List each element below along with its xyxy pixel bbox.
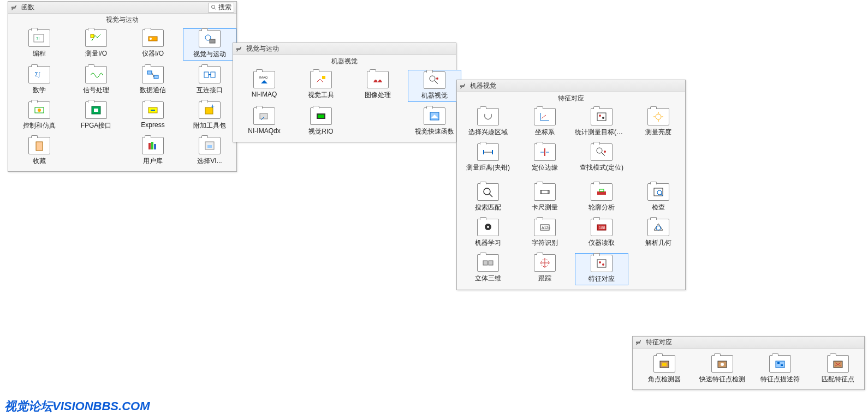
svg-text:A12c: A12c [542,226,550,230]
svg-rect-80 [662,363,667,366]
imaq-icon: IMAQ [253,71,275,88]
svg-rect-29 [322,76,325,79]
palette-item-addon[interactable]: +附加工具包 [183,100,236,131]
palette-item-stereo[interactable]: 立体三维 [461,253,515,285]
svg-rect-60 [599,189,604,191]
palette-item-vtool[interactable]: 视觉工具 [294,70,348,102]
palette-item-inspect[interactable]: 检查 [632,182,685,213]
palette-item-fpga[interactable]: FPGA接口 [69,100,123,131]
item-label: 立体三维 [475,274,501,283]
pin-icon[interactable] [635,339,643,346]
palette-item-coord[interactable]: 坐标系 [518,107,572,138]
corner-icon [653,355,675,373]
palette-item-mvision[interactable]: 机器视觉 [408,70,461,102]
pin-icon[interactable] [235,45,243,53]
palette-item-selvi[interactable]: 选择VI... [183,136,236,167]
svg-text:188: 188 [599,226,605,230]
stereo-icon [477,254,499,272]
instread-icon: 188 [591,219,613,236]
pin-icon[interactable] [459,82,467,90]
palette-item-search[interactable]: 搜索匹配 [461,182,515,213]
svg-point-40 [599,115,601,117]
palette-item-instr[interactable]: 仪器I/O [126,28,180,61]
svg-rect-10 [147,71,152,74]
svg-rect-24 [151,142,153,149]
palette-item-ml[interactable]: 机器学习 [461,218,515,249]
palette-item-sig[interactable]: 信号处理 [69,65,123,96]
section-title: 机器视觉 [233,55,456,68]
item-label: NI-IMAQdx [248,127,280,135]
palette-item-roi[interactable]: 选择兴趣区域 [461,107,515,138]
palette-item-match[interactable]: 匹配特征点 [811,354,865,385]
search-box[interactable]: 搜索 [208,3,234,13]
particle-icon [591,108,613,125]
palette-item-imaq[interactable]: IMAQNI-IMAQ [237,70,291,102]
item-label: 信号处理 [83,86,109,95]
palette-item-edge[interactable]: 定位边缘 [518,142,572,173]
math-icon: Σ∫ [28,66,50,83]
palette-item-caliper[interactable]: 卡尺测量 [518,182,572,213]
improc-icon [367,71,389,88]
dist-icon [477,143,499,161]
palette-item-vfast[interactable]: 视觉快速函数 [408,106,461,137]
svg-line-1 [215,8,216,9]
palette-item-pattern[interactable]: 查找模式(定位) [575,142,628,173]
palette-item-userlib[interactable]: 用户库 [126,136,180,167]
svg-point-42 [656,114,661,119]
palette-item-fav[interactable]: 收藏 [13,136,66,167]
pin-icon[interactable] [10,4,18,11]
ctrl-icon [28,101,50,119]
palette-item-conn[interactable]: 互连接口 [183,65,236,96]
machine-vision-panel: 机器视觉 特征对应 选择兴趣区域坐标系统计测量目标(粒子斑点)测量亮度测量距离(… [456,80,686,290]
fav-icon [28,137,50,154]
svg-line-12 [152,73,154,77]
item-label: 选择兴趣区域 [468,128,508,137]
palette-item-ocr[interactable]: A12c字符识别 [518,218,572,249]
palette-item-track[interactable]: 跟踪 [518,253,572,285]
panel-header: 函数 搜索 [8,2,236,14]
section-title: 特征对应 [457,92,685,105]
palette-item-imaqd[interactable]: NI-IMAQdx [237,106,291,137]
palette-item-ctrl[interactable]: 控制和仿真 [13,100,66,131]
vrio-icon [310,107,332,125]
prog-icon: ?! [28,29,50,47]
palette-item-vismot[interactable]: 视觉与运动 [183,28,236,61]
svg-rect-84 [777,362,780,364]
panel-title: 视觉与运动 [246,44,279,53]
item-label: 视觉工具 [308,91,334,100]
mvision-icon [424,71,445,89]
palette-item-math[interactable]: Σ∫数学 [13,65,66,96]
palette-item-corner[interactable]: 角点检测器 [637,354,692,385]
palette-item-dist[interactable]: 测量距离(夹钳) [461,142,515,173]
item-label: 用户库 [143,157,163,166]
palette-item-vrio[interactable]: 视觉RIO [294,106,348,137]
item-label: 统计测量目标(粒子斑点) [575,128,628,137]
ocr-icon: A12c [534,219,556,236]
palette-item-express[interactable]: Express [126,100,180,131]
palette-item-fastf[interactable]: 快速特征点检测 [695,354,750,385]
item-label: 解析几何 [645,238,671,248]
edge-icon [534,143,556,161]
palette-item-instread[interactable]: 188仪器读取 [575,218,628,249]
palette-item-geom[interactable]: 解析几何 [632,218,685,249]
palette-item-particle[interactable]: 统计测量目标(粒子斑点) [575,107,628,138]
descr-icon [769,355,791,373]
palette-item-comm[interactable]: 数据通信 [126,65,180,96]
palette-item-improc[interactable]: 图像处理 [351,70,405,102]
item-label: 查找模式(定位) [580,163,623,172]
contour-icon [591,183,613,201]
svg-rect-59 [597,191,606,195]
palette-item-prog[interactable]: ?!编程 [13,28,66,61]
palette-item-contour[interactable]: 轮廓分析 [575,182,628,213]
palette-item-feature[interactable]: 特征对应 [575,253,628,285]
panel-header: 视觉与运动 [233,43,456,55]
palette-item-meas[interactable]: 测量I/O [69,28,123,61]
palette-item-descr[interactable]: 特征点描述符 [753,354,807,385]
imaqd-icon [253,107,275,125]
svg-rect-13 [204,72,209,77]
svg-rect-33 [260,113,267,119]
palette-item-bright[interactable]: 测量亮度 [632,107,685,138]
item-label: 编程 [33,49,46,58]
svg-point-6 [150,38,152,40]
svg-rect-18 [94,109,98,112]
